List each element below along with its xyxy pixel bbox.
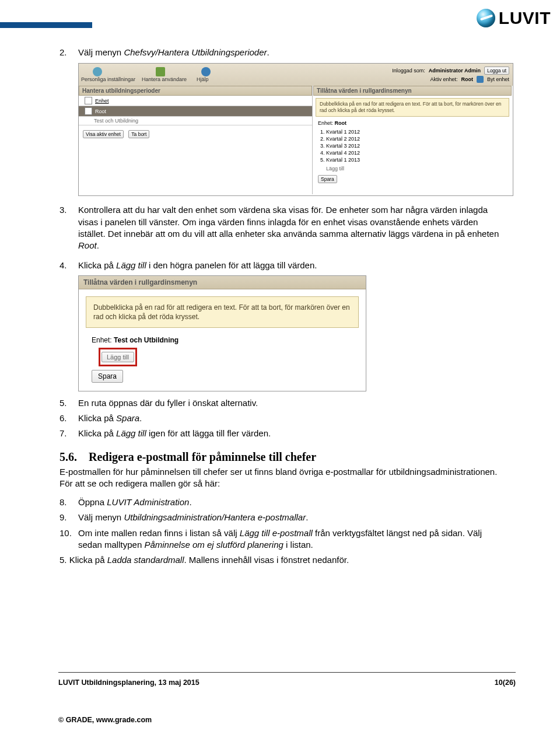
show-active-unit-button[interactable]: Visa aktiv enhet: [83, 130, 124, 138]
step-5b: 5. Klicka på Ladda standardmall. Mallens…: [60, 554, 503, 566]
step-9: 9. Välj menyn Utbildningsadministration/…: [60, 512, 503, 523]
step-9-text-a: Välj menyn: [78, 512, 124, 522]
step-5b-text-a: 5. Klicka på: [60, 555, 107, 565]
step-3-root: Root: [78, 240, 97, 250]
list-item[interactable]: Kvartal 4 2012: [326, 149, 507, 156]
section-number: 5.6.: [60, 450, 89, 464]
step-3-text-b: .: [97, 240, 99, 250]
switch-unit-link[interactable]: Byt enhet: [487, 76, 509, 82]
screenshot-manage-periods: Personliga inställningar Hantera använda…: [78, 63, 513, 196]
footer-doc-title: LUVIT Utbildningsplanering, 13 maj 2015: [58, 678, 200, 687]
header-accent-bar-thick: [0, 25, 92, 28]
list-item[interactable]: Kvartal 3 2012: [326, 142, 507, 149]
nav-personal-settings[interactable]: Personliga inställningar: [81, 76, 135, 82]
step-5b-text-b: . Mallens innehåll visas i fönstret neda…: [184, 555, 349, 565]
step-7-text-b: igen för att lägga till fler värden.: [146, 428, 271, 438]
nav-manage-users[interactable]: Hantera användare: [142, 76, 187, 82]
step-6-btn: Spara: [116, 413, 139, 423]
luvit-sphere-icon: [477, 9, 495, 27]
step-4-text-b: i den högra panelen för att lägga till v…: [146, 260, 317, 270]
topbar-user-block: Inloggad som: Administrator Admin Logga …: [392, 66, 509, 83]
logged-in-user: Administrator Admin: [429, 68, 481, 74]
logout-button[interactable]: Logga ut: [484, 67, 509, 75]
step-9-text-b: .: [306, 512, 308, 522]
brand-logo: LUVIT: [477, 8, 551, 28]
step-8: 8. Öppna LUVIT Administration.: [60, 496, 503, 508]
save-button[interactable]: Spara: [318, 175, 337, 183]
checkbox-icon[interactable]: [85, 97, 92, 104]
screenshot-add-value: Tillåtna värden i rullgardinsmenyn Dubbe…: [78, 275, 366, 391]
step-5b-btn: Ladda standardmall: [107, 555, 184, 565]
footer-page-number: 10(26): [495, 678, 516, 687]
unit-tree: Enhet Root Test och Utbildning: [79, 96, 312, 125]
highlight-box: Lägg till: [99, 348, 137, 366]
footer-copyright: © GRADE, www.grade.com: [58, 716, 152, 724]
unit-value: Root: [335, 120, 347, 126]
logged-in-label: Inloggad som:: [392, 68, 425, 74]
tree-row-header[interactable]: Enhet: [79, 96, 312, 106]
left-toolbar: Visa aktiv enhet Ta bort: [79, 125, 312, 141]
tree-header-label: Enhet: [95, 98, 109, 104]
list-item[interactable]: Kvartal 1 2012: [326, 128, 507, 135]
step-3-text-a: Kontrollera att du har valt den enhet so…: [78, 205, 499, 239]
step-7: 7. Klicka på Lägg till igen för att lägg…: [60, 428, 503, 439]
panel-title: Tillåtna värden i rullgardinsmenyn: [79, 276, 366, 289]
gear-icon: [93, 67, 102, 76]
tree-row-root-label: Root: [95, 109, 106, 114]
step-7-link: Lägg till: [116, 428, 146, 438]
right-panel-tip: Dubbelklicka på en rad för att redigera …: [316, 98, 509, 116]
active-unit-label: Aktiv enhet:: [430, 76, 457, 82]
brand-logo-text: LUVIT: [499, 8, 551, 28]
checkbox-icon[interactable]: [85, 107, 92, 115]
add-button[interactable]: Lägg till: [102, 352, 134, 362]
step-2: 2. Välj menyn Chefsvy/Hantera Utbildning…: [60, 47, 503, 58]
unit-value: Test och Utbildning: [114, 336, 178, 344]
left-panel-title: Hantera utbildningsperioder: [79, 86, 312, 96]
tree-row-test-label: Test och Utbildning: [94, 118, 138, 124]
left-panel: Hantera utbildningsperioder Enhet Root T…: [79, 86, 313, 194]
save-button[interactable]: Spara: [92, 370, 123, 383]
screenshot-topbar: Personliga inställningar Hantera använda…: [79, 64, 513, 86]
section-5.6-heading: 5.6.Redigera e-postmall för påminnelse t…: [60, 450, 503, 464]
nav-help[interactable]: Hjälp: [197, 76, 209, 82]
step-4-link: Lägg till: [116, 260, 146, 270]
section-5.6-intro: E-postmallen för hur påminnelsen till ch…: [60, 466, 503, 490]
step-10-type: Påminnelse om ej slutförd planering: [144, 540, 283, 550]
step-3: 3. Kontrollera att du har valt den enhet…: [60, 204, 503, 251]
right-panel: Tillåtna värden i rullgardinsmenyn Dubbe…: [313, 86, 512, 194]
step-4-text-a: Klicka på: [78, 260, 116, 270]
step-10-link: Lägg till e-postmall: [240, 528, 313, 538]
list-item[interactable]: Kvartal 2 2012: [326, 135, 507, 142]
panel-tip: Dubbelklicka på en rad för att redigera …: [86, 296, 359, 328]
step-8-text-a: Öppna: [78, 497, 107, 507]
step-8-app: LUVIT Administration: [107, 497, 189, 507]
users-icon: [156, 67, 165, 76]
step-5: 5.En ruta öppnas där du fyller i önskat …: [60, 397, 503, 409]
step-2-text-a: Välj menyn: [78, 47, 124, 57]
tree-row-root[interactable]: Root: [79, 106, 312, 117]
step-5-text: En ruta öppnas där du fyller i önskat al…: [78, 398, 258, 408]
step-10: 10. Om inte mallen redan finns i listan …: [60, 527, 503, 551]
step-6-text-b: .: [139, 413, 142, 423]
step-10-text-c: i listan.: [284, 540, 313, 550]
tree-row-test[interactable]: Test och Utbildning: [79, 117, 312, 125]
period-list: Kvartal 1 2012 Kvartal 2 2012 Kvartal 3 …: [326, 128, 507, 163]
step-2-text-b: .: [267, 47, 270, 57]
step-4: 4. Klicka på Lägg till i den högra panel…: [60, 260, 503, 271]
delete-button[interactable]: Ta bort: [128, 130, 149, 138]
help-icon: [201, 67, 211, 76]
right-panel-title: Tillåtna värden i rullgardinsmenyn: [313, 86, 512, 96]
step-9-menu: Utbildningsadministration/Hantera e-post…: [124, 512, 306, 522]
footer-divider: [58, 672, 516, 673]
list-item[interactable]: Kvartal 1 2013: [326, 156, 507, 163]
step-7-text-a: Klicka på: [78, 428, 116, 438]
step-8-text-b: .: [189, 497, 191, 507]
step-2-menu: Chefsvy/Hantera Utbildningsperioder: [124, 47, 267, 57]
unit-label: Enhet:: [92, 336, 112, 344]
section-title: Redigera e-postmall för påminnelse till …: [89, 450, 316, 463]
step-6: 6. Klicka på Spara.: [60, 412, 503, 424]
add-link[interactable]: Lägg till: [326, 166, 507, 172]
switch-unit-icon: [477, 76, 484, 83]
unit-label: Enhet:: [318, 120, 333, 126]
active-unit-value: Root: [461, 76, 473, 82]
